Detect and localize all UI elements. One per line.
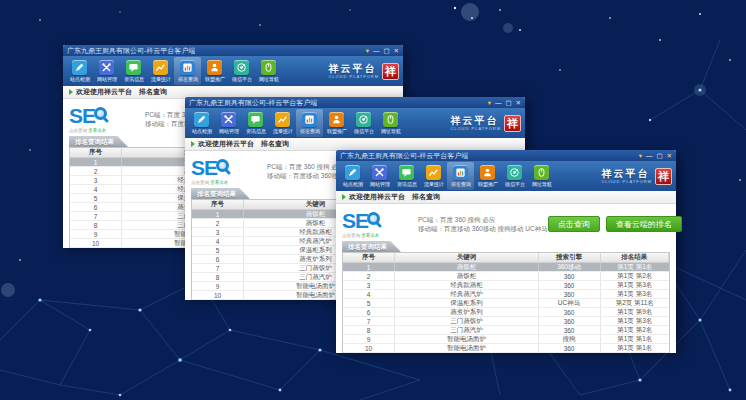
window-title: 广东九鼎王厨具有限公司-祥云平台客户端 xyxy=(340,150,468,161)
brand: 祥云平台 CLOUD PLATFORM 祥 xyxy=(448,109,521,137)
table-cell: 3 xyxy=(70,176,122,184)
toolbar-item-0[interactable]: 站点检测 xyxy=(66,57,93,85)
tab-ranking-results[interactable]: 排名查询结果 xyxy=(69,136,128,147)
ranking-chart-icon xyxy=(180,60,195,75)
window-titlebar[interactable]: 广东九鼎王厨具有限公司-祥云平台客户端 ▾ — ▢ ✕ xyxy=(185,97,525,108)
main-toolbar: 站点检测网站管理资讯信息流量统计排名查询联盟推广微信平台网址导航 祥云平台 CL… xyxy=(336,161,676,191)
toolbar-item-6[interactable]: 微信平台 xyxy=(350,109,377,137)
close-button[interactable]: ✕ xyxy=(667,152,672,160)
seo-logo: SE 点击查询 查看排名 xyxy=(191,158,263,185)
toolbar-item-2[interactable]: 资讯信息 xyxy=(120,57,147,85)
column-header: 排名结果 xyxy=(601,253,669,262)
toolbar-item-4[interactable]: 排名查询 xyxy=(296,109,323,137)
toolbar-item-label: 联盟推广 xyxy=(477,181,497,187)
magnifier-icon xyxy=(367,212,380,225)
breadcrumb-page: 排名查询 xyxy=(412,192,440,202)
toolbar-item-label: 资讯信息 xyxy=(245,128,265,134)
table-row[interactable]: 4经典蒸汽炉360第1页 第3名 xyxy=(343,290,669,299)
table-row[interactable]: 8三门蒸汽炉360第1页 第2名 xyxy=(343,326,669,335)
toolbar-item-6[interactable]: 微信平台 xyxy=(501,162,528,190)
minimize-button[interactable]: — xyxy=(495,99,502,107)
radar-icon xyxy=(507,165,522,180)
skin-icon[interactable]: ▾ xyxy=(639,152,642,160)
window-title: 广东九鼎王厨具有限公司-祥云平台客户端 xyxy=(189,97,317,108)
table-cell: 第2页 第11名 xyxy=(601,299,669,307)
maximize-button[interactable]: ▢ xyxy=(383,47,389,55)
column-header: 搜索引擎 xyxy=(539,253,601,262)
toolbar-item-5[interactable]: 联盟推广 xyxy=(474,162,501,190)
content-area: SE 点击查询 查看排名 PC端：百度 360 搜狗 必应 移动端：百度移动 3… xyxy=(336,204,676,353)
column-header: 序号 xyxy=(70,148,122,157)
table-row[interactable]: 9智能电汤面炉搜狗第1页 第1名 xyxy=(343,335,669,344)
skin-icon[interactable]: ▾ xyxy=(488,99,491,107)
table-cell: 搜狗 xyxy=(539,335,601,343)
skin-icon[interactable]: ▾ xyxy=(366,47,369,55)
table-row[interactable]: 2蒸饭柜360第1页 第2名 xyxy=(343,272,669,281)
table-cell: 6 xyxy=(343,308,395,316)
toolbar-item-label: 资讯信息 xyxy=(123,76,143,82)
toolbar-item-4[interactable]: 排名查询 xyxy=(447,162,474,190)
table-cell: 第1页 第2名 xyxy=(601,326,669,334)
table-cell: 2 xyxy=(343,272,395,280)
table-cell: 10 xyxy=(192,291,244,299)
toolbar-item-label: 网站管理 xyxy=(218,128,238,134)
minimize-button[interactable]: — xyxy=(373,47,380,55)
table-cell: 360 xyxy=(539,317,601,325)
toolbar-item-7[interactable]: 网址导航 xyxy=(528,162,555,190)
pc-engines-text: PC端：百度 360 搜狗 必应 xyxy=(418,215,548,224)
table-cell: 智能电汤面炉 xyxy=(395,344,538,352)
toolbar-item-5[interactable]: 联盟推广 xyxy=(201,57,228,85)
brand-name: 祥云平台 xyxy=(601,169,652,179)
close-button[interactable]: ✕ xyxy=(516,99,521,107)
window-titlebar[interactable]: 广东九鼎王厨具有限公司-祥云平台客户端 ▾ — ▢ ✕ xyxy=(63,45,403,56)
seo-tagline: 点击查询 查看排名 xyxy=(69,127,134,132)
toolbar-item-1[interactable]: 网站管理 xyxy=(366,162,393,190)
toolbar-item-0[interactable]: 站点检测 xyxy=(339,162,366,190)
toolbar-item-2[interactable]: 资讯信息 xyxy=(393,162,420,190)
toolbar-item-7[interactable]: 网址导航 xyxy=(255,57,282,85)
toolbar-item-label: 网址导航 xyxy=(531,181,551,187)
app-window: 广东九鼎王厨具有限公司-祥云平台客户端 ▾ — ▢ ✕ 站点检测网站管理资讯信息… xyxy=(336,150,676,348)
table-header: 序号关键词搜索引擎排名结果 xyxy=(343,253,669,263)
minimize-button[interactable]: — xyxy=(646,152,653,160)
column-header: 序号 xyxy=(192,200,244,209)
table-row[interactable]: 5保温柜系列UC神马第2页 第11名 xyxy=(343,299,669,308)
toolbar-item-label: 站点检测 xyxy=(69,76,89,82)
toolbar-item-0[interactable]: 站点检测 xyxy=(188,109,215,137)
maximize-button[interactable]: ▢ xyxy=(505,99,511,107)
toolbar-item-7[interactable]: 网址导航 xyxy=(377,109,404,137)
tab-ranking-results[interactable]: 排名查询结果 xyxy=(191,188,250,199)
site-monitor-icon xyxy=(72,60,87,75)
green-flag-icon xyxy=(69,89,73,95)
toolbar-items: 站点检测网站管理资讯信息流量统计排名查询联盟推广微信平台网址导航 xyxy=(339,162,599,190)
toolbar-item-2[interactable]: 资讯信息 xyxy=(242,109,269,137)
table-cell: 第1页 第3名 xyxy=(601,281,669,289)
query-button[interactable]: 点击查询 xyxy=(548,216,600,232)
toolbar-item-3[interactable]: 流量统计 xyxy=(420,162,447,190)
table-row[interactable]: 10智能电汤面炉360第1页 第1名 xyxy=(343,344,669,353)
table-row[interactable]: 7三门蒸饭炉360第1页 第3名 xyxy=(343,317,669,326)
tab-ranking-results[interactable]: 排名查询结果 xyxy=(342,241,401,252)
toolbar-item-label: 微信平台 xyxy=(353,128,373,134)
close-button[interactable]: ✕ xyxy=(394,47,399,55)
toolbar-item-3[interactable]: 流量统计 xyxy=(147,57,174,85)
column-header: 关键词 xyxy=(395,253,538,262)
table-row[interactable]: 1蒸饭柜360移动第1页 第1名 xyxy=(343,263,669,272)
toolbar-item-1[interactable]: 网站管理 xyxy=(93,57,120,85)
toolbar-item-3[interactable]: 流量统计 xyxy=(269,109,296,137)
maximize-button[interactable]: ▢ xyxy=(656,152,662,160)
toolbar-item-label: 网址导航 xyxy=(258,76,278,82)
column-header: 序号 xyxy=(343,253,395,262)
table-cell: 5 xyxy=(343,299,395,307)
table-row[interactable]: 6蒸煮炉系列360第1页 第9名 xyxy=(343,308,669,317)
view-cloud-ranking-button[interactable]: 查看云端的排名 xyxy=(606,216,682,232)
table-cell: 10 xyxy=(70,239,122,247)
toolbar-item-1[interactable]: 网站管理 xyxy=(215,109,242,137)
desktop-background: 广东九鼎王厨具有限公司-祥云平台客户端 ▾ — ▢ ✕ 站点检测网站管理资讯信息… xyxy=(0,0,746,400)
table-row[interactable]: 3经典款蒸柜360第1页 第3名 xyxy=(343,281,669,290)
toolbar-item-5[interactable]: 联盟推广 xyxy=(323,109,350,137)
toolbar-item-6[interactable]: 微信平台 xyxy=(228,57,255,85)
window-titlebar[interactable]: 广东九鼎王厨具有限公司-祥云平台客户端 ▾ — ▢ ✕ xyxy=(336,150,676,161)
toolbar-item-4[interactable]: 排名查询 xyxy=(174,57,201,85)
toolbar-item-label: 联盟推广 xyxy=(204,76,224,82)
